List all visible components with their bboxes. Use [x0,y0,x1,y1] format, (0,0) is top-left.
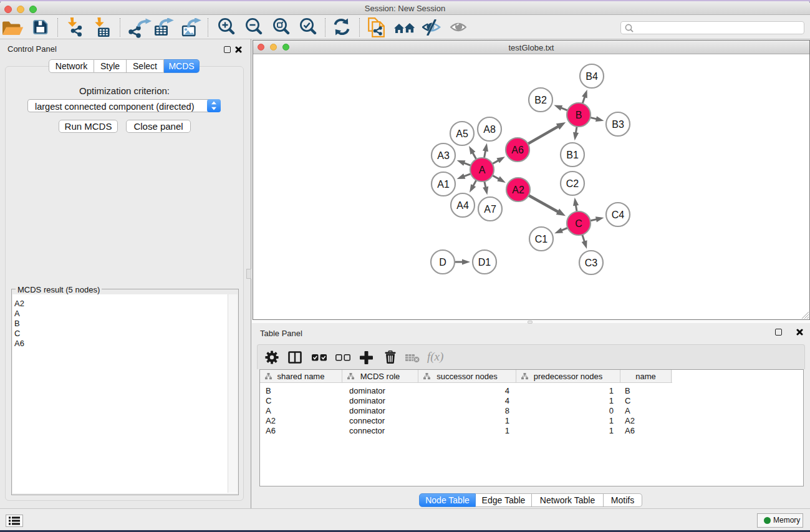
svg-text:A: A [479,165,486,175]
svg-text:D1: D1 [478,257,491,268]
svg-text:A2: A2 [512,185,524,195]
svg-text:B3: B3 [612,119,624,130]
svg-text:C2: C2 [566,178,579,189]
svg-text:B: B [576,110,582,120]
svg-text:A1: A1 [437,179,450,190]
svg-text:A4: A4 [456,200,469,211]
svg-text:C4: C4 [612,210,625,220]
svg-text:A5: A5 [456,128,468,139]
svg-text:A3: A3 [437,150,450,161]
svg-text:A8: A8 [483,124,496,135]
svg-text:C1: C1 [535,234,548,244]
svg-text:C3: C3 [585,258,598,268]
svg-text:A7: A7 [484,204,496,215]
svg-text:B1: B1 [566,150,579,160]
svg-text:A6: A6 [511,145,524,155]
svg-text:D: D [439,257,446,268]
svg-text:B2: B2 [534,95,547,105]
svg-text:C: C [575,218,582,229]
svg-text:B4: B4 [586,71,598,82]
